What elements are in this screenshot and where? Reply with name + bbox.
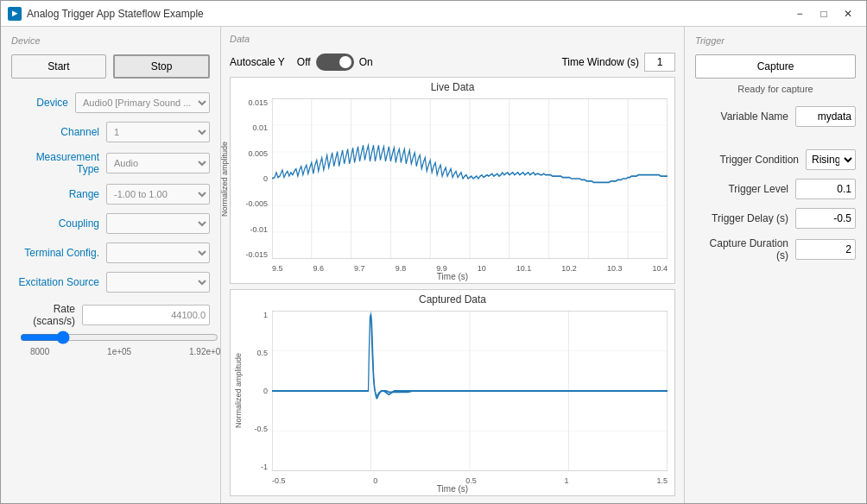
terminal-config-row: Terminal Config. xyxy=(11,243,210,263)
live-chart-y-labels: 0.015 0.01 0.005 0 -0.005 -0.01 -0.015 xyxy=(231,98,270,259)
variable-name-input[interactable] xyxy=(795,106,856,127)
terminal-config-label: Terminal Config. xyxy=(11,247,106,259)
live-chart: Live Data 0.015 0.01 0.005 0 -0.005 -0.0… xyxy=(230,77,675,284)
main-content: Device Start Stop Device Audio0 [Primary… xyxy=(1,27,866,503)
rate-slider[interactable] xyxy=(20,331,218,344)
trigger-condition-select[interactable]: Rising xyxy=(806,149,856,170)
captured-waveform-decay xyxy=(371,314,668,398)
trigger-level-row: Trigger Level xyxy=(695,179,856,199)
chart-container: Live Data 0.015 0.01 0.005 0 -0.005 -0.0… xyxy=(230,77,675,496)
data-panel-title: Data xyxy=(230,34,675,44)
window-title: Analog Trigger App Stateflow Example xyxy=(27,8,788,20)
toggle-on-label: On xyxy=(359,56,373,68)
title-bar: ▶ Analog Trigger App Stateflow Example −… xyxy=(1,1,866,27)
captured-chart-xlabel: Time (s) xyxy=(437,484,468,494)
device-select[interactable]: Audio0 [Primary Sound ... xyxy=(75,92,210,113)
trigger-delay-input[interactable] xyxy=(795,208,856,229)
captured-chart-ylabel: Normalized amplitude xyxy=(234,353,243,428)
channel-row: Channel 1 xyxy=(11,122,210,142)
capture-button[interactable]: Capture xyxy=(695,54,856,79)
measurement-type-select[interactable]: Audio xyxy=(106,153,210,173)
time-window-label: Time Window (s) xyxy=(561,56,639,68)
excitation-source-select[interactable] xyxy=(106,272,210,293)
capture-duration-row: Capture Duration (s) xyxy=(695,237,856,261)
coupling-label: Coupling xyxy=(11,217,106,230)
window-controls: − □ ✕ xyxy=(788,5,859,22)
captured-chart-x-labels: -0.5 0 0.5 1 1.5 xyxy=(272,476,668,485)
coupling-select[interactable] xyxy=(106,213,210,234)
trigger-level-label: Trigger Level xyxy=(695,183,795,195)
start-stop-row: Start Stop xyxy=(11,54,210,79)
main-window: ▶ Analog Trigger App Stateflow Example −… xyxy=(0,0,867,504)
captured-chart-title: Captured Data xyxy=(231,290,674,307)
stop-button[interactable]: Stop xyxy=(113,54,210,79)
range-label: Range xyxy=(11,188,106,200)
autoscale-label: Autoscale Y xyxy=(230,56,285,68)
rate-labels: 8000 1e+05 1.92e+05 xyxy=(28,347,227,356)
device-panel: Device Start Stop Device Audio0 [Primary… xyxy=(1,27,221,503)
excitation-source-row: Excitation Source xyxy=(11,272,210,293)
minimize-button[interactable]: − xyxy=(788,5,811,22)
device-row: Device Audio0 [Primary Sound ... xyxy=(11,92,210,113)
trigger-delay-label: Trigger Delay (s) xyxy=(695,212,795,224)
live-chart-xlabel: Time (s) xyxy=(437,272,468,281)
range-select[interactable]: -1.00 to 1.00 xyxy=(106,184,210,205)
trigger-condition-container: Rising xyxy=(806,149,856,170)
rate-row: Rate (scans/s) xyxy=(11,303,210,327)
terminal-config-select[interactable] xyxy=(106,243,210,263)
captured-chart-ylabel-container: Normalized amplitude xyxy=(232,311,244,471)
live-chart-title: Live Data xyxy=(231,78,674,95)
rate-section: Rate (scans/s) 8000 1e+05 1.92e+05 xyxy=(11,303,210,356)
live-chart-ylabel: Normalized amplitude xyxy=(220,98,232,259)
live-chart-svg xyxy=(272,98,668,259)
captured-chart-svg xyxy=(272,311,668,471)
close-button[interactable]: ✕ xyxy=(837,5,859,22)
trigger-panel-title: Trigger xyxy=(695,35,856,46)
data-panel: Data Autoscale Y Off On Time Window (s) xyxy=(221,27,685,503)
rate-mid-label: 1e+05 xyxy=(107,347,131,356)
range-row: Range -1.00 to 1.00 xyxy=(11,184,210,205)
rate-min-label: 8000 xyxy=(30,347,49,356)
capture-duration-input[interactable] xyxy=(795,239,856,260)
rate-max-label: 1.92e+05 xyxy=(189,347,225,356)
time-window-section: Time Window (s) xyxy=(561,53,675,72)
trigger-condition-label: Trigger Condition xyxy=(695,154,806,166)
trigger-level-input[interactable] xyxy=(795,179,856,199)
time-window-input[interactable] xyxy=(644,53,675,72)
live-chart-x-labels: 9.5 9.6 9.7 9.8 9.9 10 10.1 10.2 10.3 10… xyxy=(272,264,668,273)
captured-chart: Captured Data 1 0.5 0 -0.5 -1 xyxy=(230,289,675,496)
trigger-delay-row: Trigger Delay (s) xyxy=(695,208,856,229)
device-panel-title: Device xyxy=(11,35,210,46)
channel-select[interactable]: 1 xyxy=(106,122,210,142)
excitation-source-label: Excitation Source xyxy=(11,276,106,288)
device-label: Device xyxy=(11,97,75,109)
toggle-off-label: Off xyxy=(297,56,311,68)
autoscale-toggle[interactable] xyxy=(316,54,354,71)
rate-slider-container: 8000 1e+05 1.92e+05 xyxy=(11,331,210,356)
app-icon: ▶ xyxy=(8,7,22,21)
measurement-type-row: Measurement Type Audio xyxy=(11,151,210,175)
rate-input[interactable] xyxy=(82,305,210,325)
coupling-row: Coupling xyxy=(11,213,210,234)
data-controls: Autoscale Y Off On Time Window (s) xyxy=(230,53,675,72)
ready-status: Ready for capture xyxy=(695,84,856,94)
capture-duration-label: Capture Duration (s) xyxy=(695,237,795,261)
measurement-type-label: Measurement Type xyxy=(11,151,106,175)
variable-name-row: Variable Name xyxy=(695,106,856,127)
variable-name-label: Variable Name xyxy=(695,110,795,123)
channel-label: Channel xyxy=(11,126,106,138)
trigger-condition-row: Trigger Condition Rising xyxy=(695,149,856,170)
maximize-button[interactable]: □ xyxy=(813,5,835,22)
trigger-panel: Trigger Capture Ready for capture Variab… xyxy=(685,27,866,503)
toggle-knob xyxy=(339,56,351,68)
toggle-container: Off On xyxy=(297,54,373,71)
rate-label: Rate (scans/s) xyxy=(11,303,82,327)
start-button[interactable]: Start xyxy=(11,54,106,79)
